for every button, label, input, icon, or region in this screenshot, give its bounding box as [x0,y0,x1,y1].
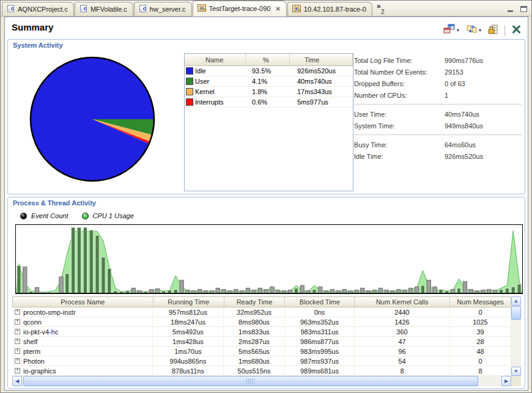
stat-label: Idle Time: [354,153,445,160]
process-table-column-header[interactable]: Ready Time [224,297,286,307]
stat-row: Total Log File Time:990ms776us [354,54,522,66]
system-table-column-header[interactable]: Time [290,54,353,65]
exchange-menu-button[interactable]: ▾ [464,23,483,38]
system-table-column-header[interactable]: Name [185,54,246,65]
process-table-row[interactable]: +Photon994us865ns1ms680us987ms937us540 [12,356,511,366]
view-toolbar: ▾ ▾ [441,22,523,39]
scroll-right-button[interactable]: ▶ [501,376,511,386]
expand-icon[interactable]: + [15,348,20,354]
running-time-cell: 1ms70us [153,347,224,356]
editor-tab[interactable]: TestTarget-trace-090✕ [193,1,287,16]
system-table-header: Name%Time [185,54,353,66]
blocked-time-cell: 963ms352us [285,317,355,326]
c-file-icon: .c [79,4,87,14]
state-time-cell: 926ms520us [290,67,353,75]
process-activity-title: Process & Thread Activity [13,199,96,207]
expand-icon[interactable]: + [15,329,20,334]
process-table-column-header[interactable]: Blocked Time [285,297,355,307]
process-table-row[interactable]: +procnto-smp-instr957ms812us32ms952us0ns… [12,307,511,317]
c-file-icon: .c [139,4,147,14]
stat-row: Busy Time:64ms60us [354,139,522,150]
blocked-time-cell: 987ms937us [285,356,355,365]
page-title: Summary [12,22,53,32]
process-name-cell: +io-pkt-v4-hc [12,327,153,336]
trace-file-icon [198,4,206,13]
minimize-icon[interactable] [507,4,515,15]
legend-label: CPU 1 Usage [93,212,134,219]
tab-label: AQNXCProject.c [18,6,68,13]
vertical-scrollbar[interactable]: ▲ ▼ [511,296,521,376]
process-table-column-header[interactable]: Num Kernel Calls [355,297,450,307]
state-name-cell: Idle [185,67,246,75]
lock-table-button[interactable] [486,23,500,39]
process-name-cell: +io-graphics [12,366,153,375]
process-table-column-header[interactable]: Running Time [153,297,224,307]
expand-icon[interactable]: + [15,309,20,315]
scroll-down-button[interactable]: ▼ [511,367,521,376]
process-table-header: Process NameRunning TimeReady TimeBlocke… [12,296,511,307]
tab-close-icon[interactable]: ✕ [275,6,280,12]
ready-time-cell: 1ms833us [224,327,285,336]
stat-row: Dropped Buffers:0 of 63 [354,78,522,89]
system-activity-pie-chart [28,54,157,184]
scroll-left-button[interactable]: ◀ [12,376,22,386]
scroll-up-button[interactable]: ▲ [511,296,521,306]
process-name-cell: +procnto-smp-instr [12,307,153,317]
kernel-calls-cell: 360 [355,327,450,336]
stat-value: 40ms740us [445,111,479,118]
c-file-icon: .c [7,4,15,14]
panes-icon [443,24,456,37]
expand-icon[interactable]: + [15,319,20,325]
stat-value: 926ms520us [445,153,483,160]
system-table-row: Interrupts0.6%5ms977us [185,97,353,108]
kernel-calls-cell: 96 [355,347,450,356]
process-table-column-header[interactable]: Num Messages [450,297,511,307]
editor-tab[interactable]: .cAQNXCProject.c [2,2,74,16]
expand-icon[interactable]: + [15,358,20,364]
editor-tab[interactable]: 10.42.101.87-trace-0 [287,2,372,16]
activity-chart [15,224,523,294]
messages-cell: 0 [450,307,511,317]
close-view-button[interactable] [510,23,523,38]
messages-cell: 0 [450,356,511,365]
blocked-time-cell: 983ms995us [285,347,355,356]
stat-value: 949ms840us [445,122,483,130]
messages-cell: 39 [450,327,511,336]
maximize-icon[interactable] [520,4,528,15]
ready-time-cell: 8ms980us [224,317,285,326]
stat-value: 0 of 63 [445,80,465,87]
process-name-cell: +pterm [12,347,153,356]
horizontal-scroll-thumb[interactable] [23,376,478,386]
blocked-time-cell: 0ns [285,307,355,317]
process-table-column-header[interactable]: Process Name [13,297,153,307]
kernel-calls-cell: 2440 [355,307,450,317]
tab-overflow-chevron[interactable]: »2 [377,4,385,15]
tab-strip: .cAQNXCProject.c.cMFVolatile.c.chw_serve… [2,1,373,16]
vertical-scroll-thumb[interactable] [511,306,521,320]
state-name-cell: User [185,78,246,85]
process-table-row[interactable]: +pterm1ms70us5ms565us983ms995us9648 [12,347,511,356]
close-icon [512,25,521,36]
process-table-row[interactable]: +io-graphics878us11ns50us515ns989ms681us… [12,366,511,376]
svg-text:.c: .c [7,6,14,12]
horizontal-scrollbar[interactable]: ◀ ▶ [12,376,511,386]
expand-icon[interactable]: + [15,339,20,344]
stat-label: Total Log File Time: [354,57,445,64]
dropdown-caret-icon: ▾ [457,28,459,33]
editor-tab-bar: .cAQNXCProject.c.cMFVolatile.c.chw_serve… [1,1,531,17]
expand-icon[interactable]: + [15,368,20,373]
system-table-row: Kernel1.8%17ms343us [185,87,353,97]
process-table-row[interactable]: +io-pkt-v4-hc5ms492us1ms833us983ms311us3… [12,327,511,337]
stat-value: 990ms776us [445,57,483,64]
panes-menu-button[interactable]: ▾ [441,22,461,39]
system-table-column-header[interactable]: % [246,54,290,65]
process-name-cell: +qconn [12,317,153,326]
system-activity-table: Name%Time Idle93.5%926ms520usUser4.1%40m… [184,53,353,191]
trace-file-icon [292,5,301,13]
editor-tab[interactable]: .chw_server.c [134,2,192,16]
process-table-row[interactable]: +qconn18ms247us8ms980us963ms352us1426102… [12,317,511,327]
editor-tab[interactable]: .cMFVolatile.c [75,2,133,16]
stat-row: Idle Time:926ms520us [354,150,522,162]
process-table-row[interactable]: +shelf1ms428us2ms287us986ms877us4728 [12,337,511,347]
stat-value: 1 [445,92,448,99]
